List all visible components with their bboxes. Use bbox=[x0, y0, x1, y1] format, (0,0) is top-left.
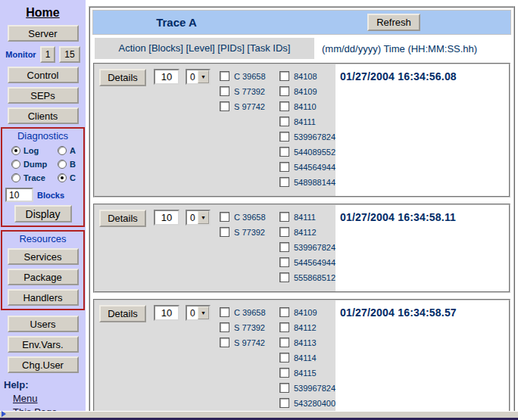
pid-checkbox-label: C 39658 bbox=[234, 308, 266, 317]
monitor-15-button[interactable]: 15 bbox=[59, 46, 80, 63]
level-dropdown[interactable]: 0 ▼ bbox=[186, 69, 211, 85]
users-button[interactable]: Users bbox=[8, 316, 79, 332]
entry-controls: Details 0 ▼ C 39658S 77392S 97742 841088… bbox=[95, 64, 335, 196]
columns-header: Action [Blocks] [Level] [PIDs] [Task IDs… bbox=[95, 38, 314, 59]
checkbox-icon[interactable] bbox=[279, 242, 289, 252]
radio-row: Dump B bbox=[2, 160, 83, 169]
checkbox-icon[interactable] bbox=[279, 101, 289, 111]
checkbox-icon[interactable] bbox=[220, 227, 229, 237]
pid-checkbox-label: S 97742 bbox=[234, 338, 265, 347]
level-dropdown[interactable]: 0 ▼ bbox=[186, 305, 211, 321]
checkbox-icon[interactable] bbox=[279, 117, 289, 126]
control-button[interactable]: Control bbox=[8, 67, 79, 83]
trace-entry: Details 0 ▼ C 39658S 77392S 97742 841088… bbox=[93, 63, 510, 198]
checkbox-icon[interactable] bbox=[279, 177, 289, 187]
details-button[interactable]: Details bbox=[99, 69, 146, 86]
details-button[interactable]: Details bbox=[99, 305, 146, 322]
radio-b[interactable]: B bbox=[58, 160, 76, 169]
home-link[interactable]: Home bbox=[26, 6, 59, 20]
trace-entries: Details 0 ▼ C 39658S 77392S 97742 841088… bbox=[92, 63, 511, 414]
display-button[interactable]: Display bbox=[14, 205, 72, 222]
radio-button-icon[interactable] bbox=[11, 160, 20, 169]
entry-blocks-input[interactable] bbox=[154, 305, 179, 321]
checkbox-icon[interactable] bbox=[279, 257, 289, 267]
task-checkbox-item: 539967824 bbox=[279, 132, 335, 142]
seps-button[interactable]: SEPs bbox=[8, 87, 79, 104]
handlers-button[interactable]: Handlers bbox=[8, 289, 79, 306]
checkbox-icon[interactable] bbox=[220, 212, 229, 222]
checkbox-icon[interactable] bbox=[220, 86, 229, 96]
pid-checkbox-list: C 39658S 77392S 97742 bbox=[220, 305, 273, 353]
radio-c[interactable]: C bbox=[58, 173, 76, 182]
radio-button-icon[interactable] bbox=[11, 146, 20, 155]
entry-controls: Details 0 ▼ C 39658S 77392S 97742 841098… bbox=[95, 300, 335, 414]
checkbox-icon[interactable] bbox=[279, 162, 289, 172]
env-vars-button[interactable]: Env.Vars. bbox=[8, 336, 79, 353]
checkbox-icon[interactable] bbox=[220, 322, 229, 332]
refresh-button[interactable]: Refresh bbox=[367, 14, 420, 31]
radio-a[interactable]: A bbox=[58, 146, 76, 155]
checkbox-icon[interactable] bbox=[220, 307, 229, 317]
blocks-input[interactable] bbox=[5, 188, 33, 202]
checkbox-icon[interactable] bbox=[279, 353, 289, 362]
package-button[interactable]: Package bbox=[8, 269, 79, 285]
entry-blocks-input[interactable] bbox=[154, 210, 179, 226]
checkbox-icon[interactable] bbox=[220, 71, 229, 81]
checkbox-icon[interactable] bbox=[220, 101, 229, 111]
checkbox-icon[interactable] bbox=[279, 272, 289, 282]
chevron-down-icon[interactable]: ▼ bbox=[198, 70, 209, 83]
clients-button[interactable]: Clients bbox=[8, 107, 79, 124]
resources-title: Resources bbox=[2, 233, 83, 244]
task-checkbox-item: 84113 bbox=[279, 338, 335, 347]
radio-button-icon[interactable] bbox=[58, 146, 67, 155]
level-value: 0 bbox=[187, 306, 198, 319]
task-checkbox-item: 543280400 bbox=[279, 398, 335, 408]
pid-checkbox-item: C 39658 bbox=[220, 212, 273, 222]
task-checkbox-label: 539967824 bbox=[294, 132, 335, 142]
level-dropdown[interactable]: 0 ▼ bbox=[186, 210, 211, 226]
checkbox-icon[interactable] bbox=[279, 338, 289, 347]
pid-checkbox-item: C 39658 bbox=[220, 307, 273, 317]
task-checkbox-item: 544089552 bbox=[279, 147, 335, 157]
chevron-down-icon[interactable]: ▼ bbox=[198, 306, 209, 319]
horizontal-scrollbar[interactable] bbox=[0, 411, 518, 420]
help-menu-link[interactable]: Menu bbox=[13, 393, 86, 404]
radio-log-label: Log bbox=[23, 146, 39, 155]
radio-button-icon[interactable] bbox=[58, 173, 67, 182]
resources-box: Resources Services Package Handlers bbox=[1, 230, 85, 310]
services-button[interactable]: Services bbox=[8, 248, 79, 265]
pid-checkbox-item: S 77392 bbox=[220, 322, 273, 332]
scroll-arrow-icon bbox=[2, 411, 6, 417]
server-button[interactable]: Server bbox=[8, 25, 79, 42]
task-checkbox-label: 84110 bbox=[294, 102, 317, 111]
radio-dump-label: Dump bbox=[23, 160, 47, 169]
radio-button-icon[interactable] bbox=[58, 160, 67, 169]
checkbox-icon[interactable] bbox=[279, 147, 289, 157]
checkbox-icon[interactable] bbox=[279, 398, 289, 408]
pid-checkbox-label: S 77392 bbox=[234, 228, 265, 237]
checkbox-icon[interactable] bbox=[279, 227, 289, 237]
checkbox-icon[interactable] bbox=[279, 86, 289, 96]
chg-user-button[interactable]: Chg.User bbox=[8, 356, 79, 373]
monitor-1-button[interactable]: 1 bbox=[40, 46, 56, 63]
radio-button-icon[interactable] bbox=[11, 173, 20, 182]
checkbox-icon[interactable] bbox=[279, 71, 289, 81]
checkbox-icon[interactable] bbox=[279, 212, 289, 222]
checkbox-icon[interactable] bbox=[279, 307, 289, 317]
checkbox-icon[interactable] bbox=[279, 368, 289, 378]
checkbox-icon[interactable] bbox=[279, 322, 289, 332]
entry-timestamp: 01/27/2004 16:34:58.11 bbox=[340, 211, 456, 223]
page-title: Trace A bbox=[93, 16, 260, 29]
checkbox-icon[interactable] bbox=[279, 383, 289, 393]
radio-dump[interactable]: Dump bbox=[11, 160, 47, 169]
task-checkbox-list: 8411184112539967824544564944555868512 bbox=[279, 210, 335, 288]
task-checkbox-item: 555868512 bbox=[279, 272, 335, 282]
radio-trace[interactable]: Trace bbox=[11, 173, 45, 182]
checkbox-icon[interactable] bbox=[279, 132, 289, 142]
radio-log[interactable]: Log bbox=[11, 146, 39, 155]
details-button[interactable]: Details bbox=[99, 210, 146, 227]
entry-blocks-input[interactable] bbox=[154, 69, 179, 85]
task-checkbox-item: 84112 bbox=[279, 227, 335, 237]
chevron-down-icon[interactable]: ▼ bbox=[198, 211, 209, 224]
checkbox-icon[interactable] bbox=[220, 338, 229, 347]
